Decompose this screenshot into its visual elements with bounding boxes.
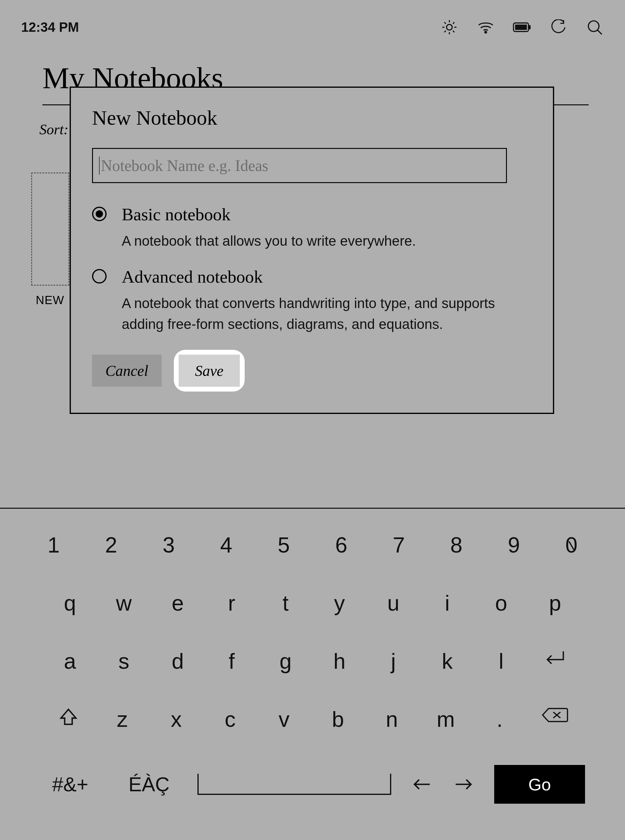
status-bar: 12:34 PM	[0, 0, 625, 54]
symbols-key[interactable]: #&+	[40, 773, 101, 796]
accents-key[interactable]: ÉÀÇ	[119, 773, 179, 796]
key-4[interactable]: 4	[214, 533, 238, 557]
key-i[interactable]: i	[435, 590, 459, 615]
key-z[interactable]: z	[110, 707, 134, 732]
key-9[interactable]: 9	[502, 533, 526, 557]
arrow-left-key[interactable]	[409, 777, 434, 792]
key-x[interactable]: x	[164, 707, 188, 732]
sort-label[interactable]: Sort:	[39, 121, 68, 138]
key-1[interactable]: 1	[42, 533, 66, 557]
key-o[interactable]: o	[489, 590, 513, 615]
go-button[interactable]: Go	[494, 765, 585, 804]
key-Ø[interactable]: 0	[559, 533, 583, 557]
svg-line-6	[453, 31, 454, 33]
cancel-button[interactable]: Cancel	[92, 355, 162, 387]
spacebar-key[interactable]	[197, 774, 391, 795]
svg-point-9	[485, 31, 487, 33]
wifi-icon[interactable]	[477, 18, 495, 36]
save-button-highlight: Save	[174, 350, 245, 392]
option-advanced-title: Advanced notebook	[122, 267, 509, 287]
key-j[interactable]: j	[381, 649, 406, 674]
status-time: 12:34 PM	[21, 20, 79, 35]
radio-icon[interactable]	[92, 207, 107, 221]
new-notebook-label: NEW	[36, 293, 64, 307]
key-r[interactable]: r	[219, 590, 244, 615]
key-e[interactable]: e	[166, 590, 190, 615]
key-c[interactable]: c	[218, 707, 242, 732]
svg-rect-12	[529, 25, 530, 29]
option-basic-title: Basic notebook	[122, 204, 416, 225]
radio-icon[interactable]	[92, 269, 107, 284]
notebook-name-input[interactable]: Notebook Name e.g. Ideas	[92, 148, 507, 183]
option-advanced[interactable]: Advanced notebook A notebook that conver…	[92, 267, 532, 335]
search-icon[interactable]	[586, 18, 604, 36]
key-.[interactable]: .	[488, 707, 512, 732]
brightness-icon[interactable]	[440, 18, 459, 36]
svg-marker-15	[61, 709, 76, 724]
key-k[interactable]: k	[435, 649, 459, 674]
key-f[interactable]: f	[219, 649, 244, 674]
key-5[interactable]: 5	[272, 533, 296, 557]
svg-rect-11	[515, 25, 527, 30]
key-p[interactable]: p	[543, 590, 567, 615]
svg-line-7	[444, 31, 446, 33]
key-3[interactable]: 3	[157, 533, 181, 557]
option-advanced-desc: A notebook that converts handwriting int…	[122, 293, 509, 335]
option-basic[interactable]: Basic notebook A notebook that allows yo…	[92, 204, 532, 251]
new-notebook-tile[interactable]	[31, 172, 69, 286]
key-b[interactable]: b	[326, 707, 350, 732]
keyboard-divider	[0, 508, 625, 509]
shift-key[interactable]	[56, 707, 81, 732]
save-button[interactable]: Save	[179, 355, 240, 387]
svg-line-14	[597, 30, 602, 34]
key-y[interactable]: y	[327, 590, 351, 615]
key-s[interactable]: s	[112, 649, 136, 674]
key-l[interactable]: l	[489, 649, 513, 674]
option-basic-desc: A notebook that allows you to write ever…	[122, 231, 416, 251]
key-u[interactable]: u	[381, 590, 406, 615]
svg-line-8	[453, 22, 454, 23]
notebook-name-placeholder: Notebook Name e.g. Ideas	[101, 157, 268, 175]
key-q[interactable]: q	[58, 590, 82, 615]
new-notebook-dialog: New Notebook Notebook Name e.g. Ideas Ba…	[70, 87, 554, 414]
key-m[interactable]: m	[434, 707, 458, 732]
key-8[interactable]: 8	[444, 533, 468, 557]
svg-line-5	[444, 22, 446, 23]
svg-point-0	[447, 25, 452, 30]
key-7[interactable]: 7	[387, 533, 411, 557]
key-h[interactable]: h	[327, 649, 351, 674]
dialog-title: New Notebook	[92, 106, 532, 130]
key-6[interactable]: 6	[329, 533, 353, 557]
refresh-icon[interactable]	[549, 18, 567, 36]
key-n[interactable]: n	[380, 707, 404, 732]
key-t[interactable]: t	[274, 590, 298, 615]
return-key[interactable]	[543, 649, 567, 674]
key-a[interactable]: a	[58, 649, 82, 674]
onscreen-keyboard: 1234567890 qwertyuiop asdfghjkl zxcvbnm.…	[0, 533, 625, 840]
backspace-key[interactable]	[541, 707, 569, 732]
svg-point-13	[588, 21, 599, 31]
battery-icon[interactable]	[513, 18, 531, 36]
key-d[interactable]: d	[166, 649, 190, 674]
key-w[interactable]: w	[112, 590, 136, 615]
key-2[interactable]: 2	[99, 533, 123, 557]
key-v[interactable]: v	[272, 707, 296, 732]
arrow-right-key[interactable]	[452, 777, 476, 792]
key-g[interactable]: g	[274, 649, 298, 674]
